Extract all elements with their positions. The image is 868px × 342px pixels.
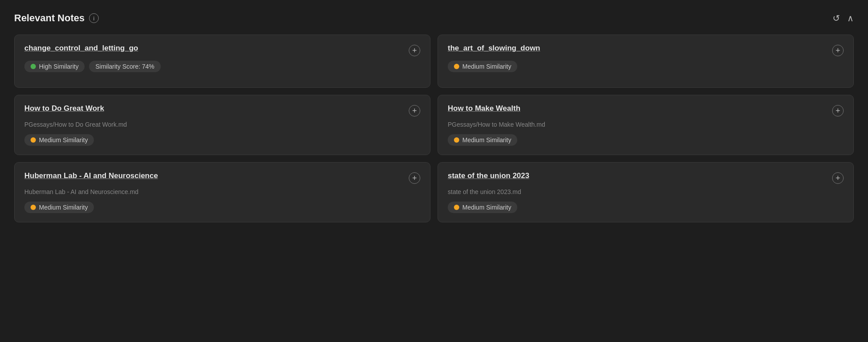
card-header: change_control_and_letting_go + xyxy=(24,44,420,56)
card-header: state of the union 2023 + xyxy=(448,171,844,184)
add-note-button[interactable]: + xyxy=(409,105,420,117)
card-title[interactable]: How to Do Great Work xyxy=(24,104,104,113)
similarity-level-label: Medium Similarity xyxy=(462,63,511,70)
similarity-dot xyxy=(31,137,36,143)
similarity-level-label: High Similarity xyxy=(39,63,78,70)
card-path: PGessays/How to Do Great Work.md xyxy=(24,121,420,128)
similarity-level-label: Medium Similarity xyxy=(39,204,88,211)
similarity-level-badge: Medium Similarity xyxy=(448,134,517,146)
info-icon[interactable]: i xyxy=(89,13,99,23)
similarity-level-badge: Medium Similarity xyxy=(24,134,94,146)
card-header: How to Make Wealth + xyxy=(448,104,844,117)
card-path: state of the union 2023.md xyxy=(448,188,844,195)
panel-title: Relevant Notes xyxy=(14,12,85,24)
card-badges: Medium Similarity xyxy=(24,202,420,213)
collapse-icon[interactable]: ∧ xyxy=(847,13,854,23)
panel-header: Relevant Notes i ↺ ∧ xyxy=(14,12,854,24)
add-note-button[interactable]: + xyxy=(409,172,420,184)
card-header: How to Do Great Work + xyxy=(24,104,420,117)
similarity-dot xyxy=(454,205,459,210)
card-title[interactable]: How to Make Wealth xyxy=(448,104,520,113)
similarity-score-badge: Similarity Score: 74% xyxy=(89,61,160,72)
similarity-level-label: Medium Similarity xyxy=(462,136,511,144)
similarity-level-badge: Medium Similarity xyxy=(448,202,517,213)
note-card: Huberman Lab - AI and Neuroscience + Hub… xyxy=(14,162,430,222)
similarity-level-badge: Medium Similarity xyxy=(24,202,94,213)
note-card: change_control_and_letting_go + High Sim… xyxy=(14,35,430,88)
header-left: Relevant Notes i xyxy=(14,12,99,24)
card-badges: Medium Similarity xyxy=(448,61,844,72)
similarity-level-label: Medium Similarity xyxy=(39,136,88,144)
similarity-level-badge: Medium Similarity xyxy=(448,61,517,72)
card-header: the_art_of_slowing_down + xyxy=(448,44,844,56)
similarity-dot xyxy=(31,205,36,210)
card-badges: Medium Similarity xyxy=(24,134,420,146)
add-note-button[interactable]: + xyxy=(832,45,844,56)
add-note-button[interactable]: + xyxy=(832,105,844,117)
note-card: How to Make Wealth + PGessays/How to Mak… xyxy=(438,95,854,155)
card-header: Huberman Lab - AI and Neuroscience + xyxy=(24,171,420,184)
add-note-button[interactable]: + xyxy=(409,45,420,56)
card-badges: Medium Similarity xyxy=(448,134,844,146)
card-title[interactable]: state of the union 2023 xyxy=(448,171,529,180)
card-badges: High Similarity Similarity Score: 74% xyxy=(24,61,420,72)
note-card: state of the union 2023 + state of the u… xyxy=(438,162,854,222)
similarity-dot xyxy=(454,64,459,69)
card-path: PGessays/How to Make Wealth.md xyxy=(448,121,844,128)
add-note-button[interactable]: + xyxy=(832,172,844,184)
note-card: How to Do Great Work + PGessays/How to D… xyxy=(14,95,430,155)
similarity-dot xyxy=(454,137,459,143)
card-badges: Medium Similarity xyxy=(448,202,844,213)
note-card: the_art_of_slowing_down + Medium Similar… xyxy=(438,35,854,88)
similarity-level-badge: High Similarity xyxy=(24,61,85,72)
card-title[interactable]: the_art_of_slowing_down xyxy=(448,44,540,53)
cards-grid: change_control_and_letting_go + High Sim… xyxy=(14,35,854,222)
header-right: ↺ ∧ xyxy=(833,13,854,23)
refresh-icon[interactable]: ↺ xyxy=(833,13,840,23)
card-title[interactable]: change_control_and_letting_go xyxy=(24,44,138,53)
similarity-level-label: Medium Similarity xyxy=(462,204,511,211)
card-title[interactable]: Huberman Lab - AI and Neuroscience xyxy=(24,171,158,180)
card-path: Huberman Lab - AI and Neuroscience.md xyxy=(24,188,420,195)
similarity-dot xyxy=(31,64,36,69)
